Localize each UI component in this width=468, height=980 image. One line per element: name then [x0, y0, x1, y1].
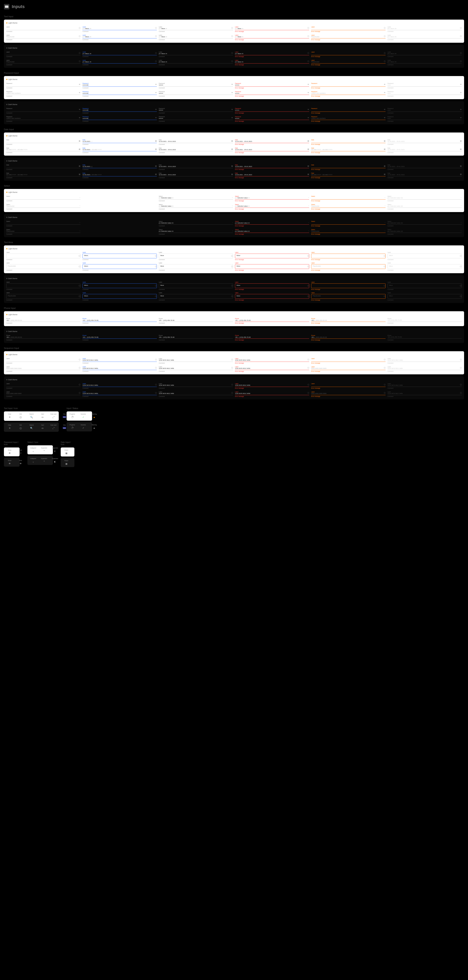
password-error-warn[interactable]: Password 👁Error message: [311, 107, 386, 114]
textarea-placeholder-error[interactable]: LabelValueⓘError message: [235, 262, 309, 271]
date-error[interactable]: Date12.03.2021 - 25.01.2023▦Error messag…: [235, 139, 309, 145]
sequence-mask-filled[interactable]: Label1234 5678 9012 3456ⓘComment: [159, 366, 233, 372]
phone-default[interactable]: Phone+81▾(000) 000-00-00Comment: [6, 334, 81, 340]
sequence-mask[interactable]: Label0000 0000 0000 0000ⓘComment: [6, 391, 81, 397]
date-mask-filled[interactable]: Date12.03.2021 - 25.01.2023▦Comment: [159, 172, 233, 178]
date-mask-filled[interactable]: Date12.03.2021 - 25.01.2023▦Comment: [159, 147, 233, 153]
phone-error-warn[interactable]: Phone+81▾(000) 000-00-00Error message: [311, 318, 386, 324]
text-input-placeholder-error-warn[interactable]: LabelPlaceholderⓘ Error message: [311, 34, 386, 40]
sequence-default[interactable]: Label ⓘComment: [6, 358, 81, 364]
date-mask-focused[interactable]: Date12.03.2021 - DD.MM.YYYY▦Comment: [82, 172, 157, 178]
text-input-default[interactable]: Label ⓘ Comment: [6, 26, 81, 32]
password-error[interactable]: Password••••••••👁Error message: [235, 82, 309, 89]
password-hint-error-warn[interactable]: PasswordLetters and numbers👁Error messag…: [311, 91, 386, 97]
textarea-placeholder-filled[interactable]: LabelValueⓘComment: [159, 262, 233, 271]
textarea-error-warn[interactable]: Label ⓘError message: [311, 282, 386, 290]
text-input-placeholder-filled[interactable]: LabelpreValuesfxⓘ Comment: [159, 34, 233, 40]
date-mask[interactable]: DateDD.MM.YYYY - DD.MM.YYYY▦Comment: [6, 172, 81, 178]
phone-error[interactable]: Phone+81▾(123) 456-78-90Error message: [235, 318, 309, 324]
password-error[interactable]: Password••••••••👁Error message: [235, 107, 309, 114]
password-hint-focused[interactable]: Password••••••••al👁Comment: [82, 116, 157, 122]
sequence-mask-error[interactable]: Label1234 5678 9012 3456ⓘError message: [235, 391, 309, 397]
select-error-warn[interactable]: Select ⌄Error message: [311, 195, 386, 202]
sequence-error[interactable]: Label1234 5678 9012 3456ⓘError message: [235, 383, 309, 389]
text-input-placeholder[interactable]: LabelPlaceholderⓘ Comment: [6, 34, 81, 40]
select-placeholder[interactable]: SelectPlaceholder⌄Comment: [6, 229, 81, 235]
date-mask-error-warn[interactable]: DateDD.MM.YYYY - DD.MM.YYYY▦Error messag…: [311, 172, 386, 178]
textarea-placeholder-filled[interactable]: LabelValueⓘComment: [159, 292, 233, 301]
textarea-filled[interactable]: LabelValueⓘComment: [159, 252, 233, 260]
password-hint[interactable]: PasswordLetters and numbers👁Comment: [6, 91, 81, 97]
textarea-error[interactable]: LabelValueⓘError message: [235, 282, 309, 290]
date-default[interactable]: Date ▦Comment: [6, 164, 81, 170]
password-default[interactable]: Password 👁Comment: [6, 82, 81, 89]
sequence-mask-error[interactable]: Label1234 5678 9012 3456ⓘError message: [235, 366, 309, 372]
text-input-error[interactable]: LabelpreValuesfxⓘ Error message: [235, 26, 309, 32]
password-hint-error-warn[interactable]: PasswordLetters and numbers👁Error messag…: [311, 116, 386, 122]
phone-focused[interactable]: Phone+81▾(123) 456-78-90Comment: [82, 318, 157, 324]
date-filled[interactable]: Date12.03.2021 - 25.01.2023▦Comment: [159, 164, 233, 170]
date-default[interactable]: Date ▦Comment: [6, 139, 81, 145]
password-hint-filled[interactable]: Password••••••••👁Comment: [159, 91, 233, 97]
textarea-focused[interactable]: LabelValueⓘComment: [82, 282, 157, 290]
phone-focused[interactable]: Phone+81▾(123) 456-78-90Comment: [82, 334, 157, 340]
textarea-error-warn[interactable]: Label ⓘError message: [311, 252, 386, 260]
select-placeholder-error[interactable]: SelectpreSelected valuesfx⌄Error message: [235, 229, 309, 235]
date-mask-focused[interactable]: Date12.03.2021 - DD.MM.YYYY▦Comment: [82, 147, 157, 153]
textarea-filled[interactable]: LabelValueⓘComment: [159, 282, 233, 290]
textarea-placeholder-error-warn[interactable]: LabelPlaceholderⓘError message: [311, 292, 386, 301]
password-hint-error[interactable]: Password••••••••👁Error message: [235, 116, 309, 122]
password-hint-error[interactable]: Password••••••••👁Error message: [235, 91, 309, 97]
text-input-placeholder-filled[interactable]: LabelpreValuesfxⓘComment: [159, 59, 233, 65]
text-input-placeholder-focused[interactable]: LabelpreValuesfxⓘ Comment: [82, 34, 157, 40]
phone-error-warn[interactable]: Phone+81▾(000) 000-00-00Error message: [311, 334, 386, 340]
date-mask[interactable]: DateDD.MM.YYYY - DD.MM.YYYY▦Comment: [6, 147, 81, 153]
select-filled[interactable]: SelectpreSelected valuesfx⌄Comment: [159, 220, 233, 227]
password-hint[interactable]: PasswordLetters and numbers👁Comment: [6, 116, 81, 122]
text-input-placeholder-error-warn[interactable]: LabelPlaceholderⓘError message: [311, 59, 386, 65]
phone-error[interactable]: Phone+81▾(123) 456-78-90Error message: [235, 334, 309, 340]
textarea-focused[interactable]: LabelValueⓘComment: [82, 252, 157, 260]
date-focused[interactable]: Date12.03.2021 - |▦Comment: [82, 139, 157, 145]
select-placeholder-filled[interactable]: SelectpreSelected valuesfx⌄Comment: [159, 204, 233, 210]
password-hint-focused[interactable]: Password••••••••al👁Comment: [82, 91, 157, 97]
select-placeholder-error-warn[interactable]: SelectPlaceholder⌄Error message: [311, 229, 386, 235]
text-input-placeholder-focused[interactable]: LabelpreValuesfxⓘComment: [82, 59, 157, 65]
password-filled[interactable]: Password••••••••👁Comment: [159, 107, 233, 114]
date-mask-error[interactable]: Date12.03.2021 - 25.01.2023▦Error messag…: [235, 172, 309, 178]
select-placeholder-filled[interactable]: SelectpreSelected valuesfx⌄Comment: [159, 229, 233, 235]
sequence-default[interactable]: Label ⓘComment: [6, 383, 81, 389]
select-default[interactable]: Select ⌄Comment: [6, 220, 81, 227]
text-input-error[interactable]: LabelpreValuesfxⓘError message: [235, 51, 309, 57]
sequence-mask-filled[interactable]: Label1234 5678 9012 3456ⓘComment: [159, 391, 233, 397]
sequence-filled[interactable]: Label1234 5678 9012 3456ⓘComment: [159, 358, 233, 364]
text-input-focused[interactable]: LabelpreValuesfxⓘ Comment: [82, 26, 157, 32]
text-input-placeholder[interactable]: LabelPlaceholderⓘComment: [6, 59, 81, 65]
select-placeholder-error[interactable]: SelectpreSelected valuesfx⌄Error message: [235, 204, 309, 210]
sequence-mask-error-warn[interactable]: Label0000 0000 0000 0000ⓘError message: [311, 366, 386, 372]
textarea-placeholder[interactable]: LabelPlaceholderⓘComment: [6, 262, 81, 271]
textarea-default[interactable]: Label ⓘComment: [6, 252, 81, 260]
text-input-placeholder-error[interactable]: LabelpreValuesfxⓘ Error message: [235, 34, 309, 40]
sequence-error-warn[interactable]: Label ⓘError message: [311, 358, 386, 364]
select-error[interactable]: SelectpreSelected valuesfx⌄Error message: [235, 195, 309, 202]
textarea-placeholder-error[interactable]: LabelValueⓘError message: [235, 292, 309, 301]
date-filled[interactable]: Date12.03.2021 - 25.01.2023▦Comment: [159, 139, 233, 145]
password-default[interactable]: Password 👁Comment: [6, 107, 81, 114]
textarea-placeholder-focused[interactable]: LabelValueⓘComment: [82, 292, 157, 301]
password-hint-filled[interactable]: Password••••••••👁Comment: [159, 116, 233, 122]
select-placeholder-error-warn[interactable]: SelectPlaceholder⌄Error message: [311, 204, 386, 210]
password-focused[interactable]: Password••••••••al👁Comment: [82, 82, 157, 89]
sequence-mask-focused[interactable]: Label1234 5678 9012 3456ⓘComment: [82, 366, 157, 372]
textarea-placeholder-error-warn[interactable]: LabelPlaceholderⓘError message: [311, 262, 386, 271]
select-default[interactable]: Select ⌄Comment: [6, 195, 81, 202]
date-focused[interactable]: Date12.03.2021 - |▦Comment: [82, 164, 157, 170]
select-error-warn[interactable]: Select ⌄Error message: [311, 220, 386, 227]
text-input-error-warn[interactable]: Label ⓘError message: [311, 51, 386, 57]
date-error-warn[interactable]: Date ▦Error message: [311, 139, 386, 145]
password-error-warn[interactable]: Password 👁Error message: [311, 82, 386, 89]
phone-filled[interactable]: Phone+81▾(123) 456-78-90Comment: [159, 334, 233, 340]
date-error[interactable]: Date12.03.2021 - 25.01.2023▦Error messag…: [235, 164, 309, 170]
date-error-warn[interactable]: Date ▦Error message: [311, 164, 386, 170]
text-input-default[interactable]: Label ⓘComment: [6, 51, 81, 57]
